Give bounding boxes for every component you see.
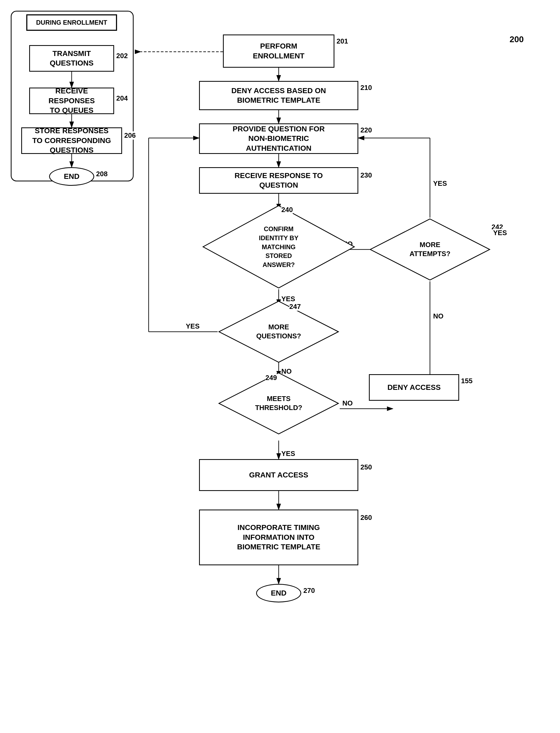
node-240: CONFIRM IDENTITY BY MATCHING STORED ANSW… <box>202 204 356 289</box>
node-249: MEETS THRESHOLD? <box>218 372 340 435</box>
diamond-247-shape <box>218 300 340 364</box>
ref-247: 247 <box>289 303 301 311</box>
node-206: STORE RESPONSES TO CORRESPONDING QUESTIO… <box>21 127 122 154</box>
node-230: RECEIVE RESPONSE TO QUESTION <box>199 167 358 194</box>
node-208: END <box>49 167 94 186</box>
svg-text:YES: YES <box>281 450 295 458</box>
ref-250: 250 <box>360 463 372 471</box>
diamond-240-shape <box>202 204 356 289</box>
ref-208: 208 <box>96 170 107 178</box>
node-242: MORE ATTEMPTS? <box>369 218 491 281</box>
node-202: TRANSMIT QUESTIONS <box>29 45 114 72</box>
ref-270: 270 <box>303 587 315 595</box>
node-204: RECEIVE RESPONSES TO QUEUES <box>29 88 114 114</box>
node-247: MORE QUESTIONS? <box>218 300 340 364</box>
node-260: INCORPORATE TIMING INFORMATION INTO BIOM… <box>199 510 358 565</box>
diagram-ref-200: 200 <box>510 35 524 44</box>
svg-text:YES: YES <box>433 179 447 187</box>
ref-204: 204 <box>116 94 128 102</box>
ref-202: 202 <box>116 52 128 60</box>
svg-marker-38 <box>370 219 490 280</box>
ref-240: 240 <box>281 206 293 214</box>
yes-242: YES <box>493 229 507 237</box>
ref-206: 206 <box>124 131 136 140</box>
node-270: END <box>256 584 301 602</box>
svg-marker-37 <box>219 301 338 362</box>
ref-155: 155 <box>461 377 472 385</box>
ref-230: 230 <box>360 171 372 179</box>
ref-201: 201 <box>337 37 348 45</box>
diamond-242-shape <box>369 218 491 281</box>
flowchart-diagram: DURING ENROLLMENT YES NO YES <box>0 0 560 733</box>
diamond-249-shape <box>218 372 340 435</box>
svg-text:NO: NO <box>342 399 353 407</box>
node-220: PROVIDE QUESTION FOR NON-BIOMETRIC AUTHE… <box>199 123 358 154</box>
ref-260: 260 <box>360 514 372 522</box>
svg-text:NO: NO <box>433 312 443 320</box>
svg-marker-36 <box>203 206 354 288</box>
node-155: DENY ACCESS <box>369 374 459 401</box>
svg-text:YES: YES <box>186 322 200 330</box>
ref-210: 210 <box>360 84 372 92</box>
node-250: GRANT ACCESS <box>199 459 358 491</box>
enrollment-section-title: DURING ENROLLMENT <box>27 15 117 31</box>
svg-marker-39 <box>219 373 338 434</box>
node-210: DENY ACCESS BASED ON BIOMETRIC TEMPLATE <box>199 81 358 110</box>
ref-220: 220 <box>360 126 372 134</box>
node-201: PERFORM ENROLLMENT <box>223 35 334 68</box>
ref-249: 249 <box>265 374 277 382</box>
